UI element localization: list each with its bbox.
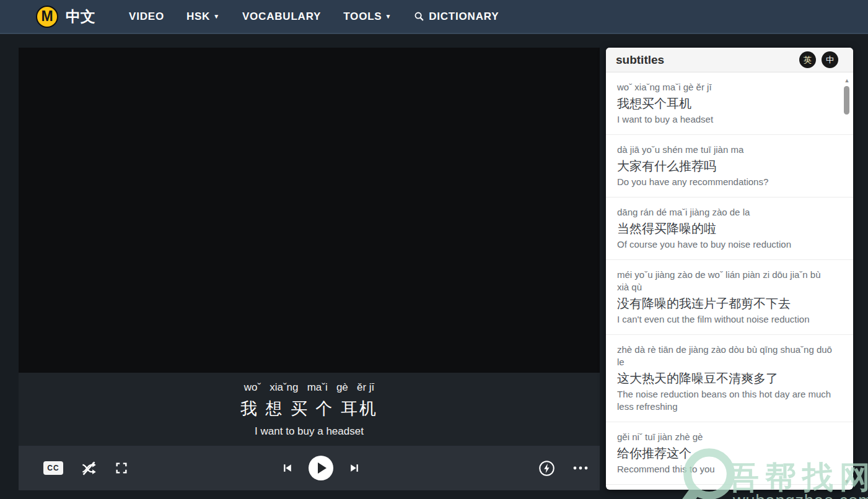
overlay-pinyin: woˇ xiaˇng maˇi gè ěr jī [19,373,600,394]
subtitles-panel: subtitles 英 中 woˇ xiaˇng maˇi gè ěr jī 我… [606,48,853,490]
playback-speed-button[interactable] [538,460,555,477]
nav-item-hsk[interactable]: HSK ▼ [186,11,220,23]
controls-right [538,446,589,490]
english-line: Of course you have to buy noise reductio… [617,238,832,251]
logo-m-icon: M [36,6,58,28]
play-icon [318,462,327,474]
chevron-down-icon: ▼ [385,13,392,20]
search-icon [414,11,424,22]
overlay-english: I want to buy a headset [19,425,600,438]
toggle-chinese-label: 中 [826,54,834,66]
shuffle-off-icon [81,460,97,477]
hanzi-line: 这大热天的降噪豆不清爽多了 [617,370,832,386]
subtitle-entry[interactable]: woˇ xiaˇng maˇi gè ěr jī 我想买个耳机 I want t… [606,72,853,135]
skip-previous-button[interactable] [281,462,294,474]
nav-item-video[interactable]: VIDEO [129,11,164,23]
more-options-button[interactable] [572,465,589,471]
skip-previous-icon [281,462,294,474]
nav-item-label: DICTIONARY [429,11,499,23]
subtitle-entry[interactable]: gěi niˇ tuī jiàn zhè gè 给你推荐这个 Recommend… [606,422,853,485]
subtitle-entry[interactable]: zhè dà rè tiān de jiàng zào dòu bù qīng … [606,335,853,422]
nav-item-vocabulary[interactable]: VOCABULARY [242,11,321,23]
nav-item-label: VIDEO [129,11,164,23]
top-navbar: M 中文 VIDEO HSK ▼ VOCABULARY TOOLS ▼ DICT… [0,0,868,34]
brand-title: 中文 [66,7,95,27]
english-line: I can't even cut the film without noise … [617,313,832,326]
watermark-domain: wubangzhao.com [733,492,868,499]
hanzi-line: 给你推荐这个 [617,445,832,461]
main-content: woˇ xiaˇng maˇi gè ěr jī 我 想 买 个 耳机 I wa… [0,34,868,498]
hanzi-line: 我想买个耳机 [617,95,832,111]
cc-label: CC [47,464,59,472]
pinyin-line: méi yoˇu jiàng zào de woˇ lián piàn zi d… [617,269,832,293]
pinyin-line: gěi niˇ tuī jiàn zhè gè [617,431,832,443]
hanzi-line: 当然得买降噪的啦 [617,220,832,236]
scrollbar-down-button[interactable]: ▼ [843,479,851,485]
english-line: The noise reduction beans on this hot da… [617,388,832,413]
controls-left: CC [43,446,128,490]
shuffle-off-button[interactable] [81,460,97,477]
controls-center [281,446,361,490]
chevron-down-icon: ▼ [213,13,220,20]
nav-item-label: HSK [186,11,210,23]
scrollbar-thumb[interactable] [844,86,849,115]
panel-scrollbar: ▲ ▼ [843,75,851,486]
skip-next-icon [348,462,361,474]
subtitle-entry[interactable]: méi yoˇu jiàng zào de woˇ lián piàn zi d… [606,260,853,335]
nav-menu: VIDEO HSK ▼ VOCABULARY TOOLS ▼ DICTIONAR… [129,11,499,23]
more-dots-icon [572,465,589,471]
captions-button[interactable]: CC [43,461,63,475]
lightning-bolt-icon [538,460,555,477]
subtitles-title: subtitles [616,53,664,67]
toggle-chinese-button[interactable]: 中 [822,51,838,68]
nav-item-tools[interactable]: TOOLS ▼ [343,11,392,23]
subtitles-list: woˇ xiaˇng maˇi gè ěr jī 我想买个耳机 I want t… [606,72,853,489]
fullscreen-icon [115,461,128,475]
english-line: Recommend this to you [617,463,832,475]
english-line: I want to buy a headset [617,113,832,126]
english-line: Do you have any recommendations? [617,176,832,188]
play-button[interactable] [309,456,333,480]
skip-next-button[interactable] [348,462,361,474]
subtitle-overlay: woˇ xiaˇng maˇi gè ěr jī 我 想 买 个 耳机 I wa… [19,373,600,446]
nav-item-dictionary[interactable]: DICTIONARY [414,11,499,23]
video-player: woˇ xiaˇng maˇi gè ěr jī 我 想 买 个 耳机 I wa… [19,48,600,490]
pinyin-line: zhè dà rè tiān de jiàng zào dòu bù qīng … [617,344,832,368]
fullscreen-button[interactable] [115,461,128,475]
pinyin-line: dà jiā yoˇu shén me tuī jiàn ma [617,144,832,156]
scrollbar-up-button[interactable]: ▲ [843,77,851,84]
brand-logo[interactable]: M 中文 [36,6,95,28]
toggle-english-button[interactable]: 英 [799,51,816,68]
pinyin-line: dāng rán dé maˇi jiàng zào de la [617,206,832,219]
subtitles-panel-header: subtitles 英 中 [606,48,853,72]
toggle-english-label: 英 [804,54,812,66]
overlay-hanzi: 我 想 买 个 耳机 [19,397,600,420]
hanzi-line: 大家有什么推荐吗 [617,158,832,174]
nav-item-label: VOCABULARY [242,11,321,23]
nav-item-label: TOOLS [343,11,382,23]
player-control-bar: CC [19,446,600,490]
video-surface[interactable] [19,48,600,373]
hanzi-line: 没有降噪的我连片子都剪不下去 [617,295,832,311]
logo-letter: M [41,8,53,25]
pinyin-line: woˇ xiaˇng maˇi gè ěr jī [617,81,832,93]
subtitle-entry[interactable]: dāng rán dé maˇi jiàng zào de la 当然得买降噪的… [606,197,853,260]
language-toggles: 英 中 [799,51,838,68]
subtitle-entry[interactable]: dà jiā yoˇu shén me tuī jiàn ma 大家有什么推荐吗… [606,135,853,197]
